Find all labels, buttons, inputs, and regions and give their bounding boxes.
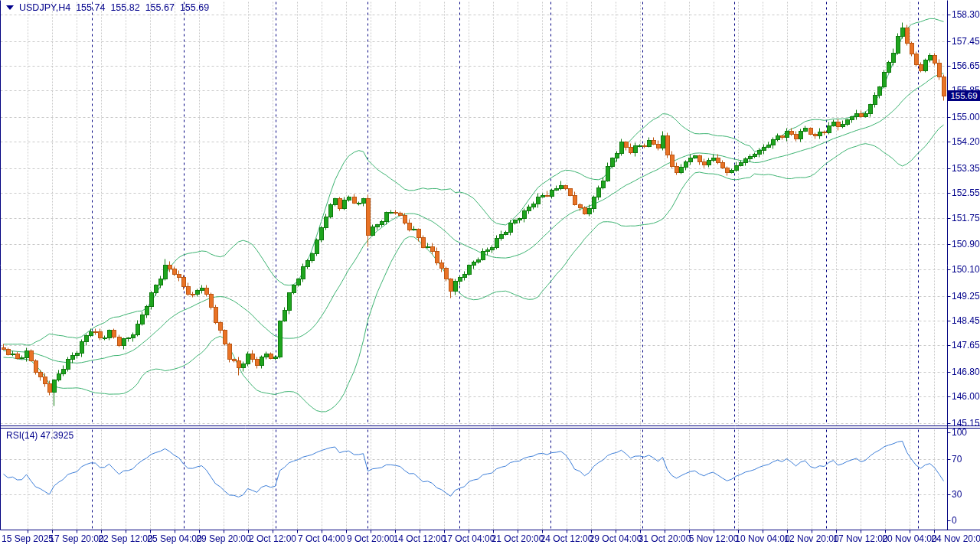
rsi-indicator-value: 47.3925 [41,430,74,441]
current-price-value: 155.69 [950,91,977,100]
price-axis-label: 154.20 [952,136,980,147]
price-axis-label: 156.65 [952,60,980,71]
time-axis-label: 29 Sep 20:00 [196,533,250,544]
time-axis-label: 2 Oct 12:00 [249,533,296,544]
symbol-dropdown-icon[interactable] [6,5,14,10]
time-axis-label: 10 Nov 04:00 [735,533,789,544]
rsi-axis-label: 30 [952,489,962,500]
time-axis-label: 5 Nov 12:00 [689,533,739,544]
rsi-indicator-name: RSI(14) [6,430,38,441]
rsi-axis-label: 0 [952,515,957,526]
time-axis-label: 29 Oct 04:00 [590,533,642,544]
trading-chart-window: USDJPY,H4 155.74 155.82 155.67 155.69 RS… [0,0,980,551]
current-price-tag: 155.69 [948,90,980,101]
price-axis-label: 152.55 [952,187,980,198]
open-value: 155.74 [76,2,105,13]
price-axis-label: 148.45 [952,315,980,326]
price-axis-label: 155.00 [952,112,980,122]
time-axis-label: 17 Nov 12:00 [833,533,887,544]
price-axis-label: 157.45 [952,36,980,47]
rsi-indicator-label: RSI(14) 47.3925 [6,430,74,441]
price-axis-label: 153.35 [952,163,980,174]
time-axis-label: 14 Oct 12:00 [394,533,446,544]
price-axis-label: 151.75 [952,213,980,223]
time-axis-label: 25 Sep 04:00 [147,533,201,544]
price-axis-label: 149.25 [952,291,980,302]
time-axis-label: 17 Sep 20:00 [49,533,103,544]
time-axis-label: 21 Oct 20:00 [492,533,544,544]
price-axis-label: 146.80 [952,367,980,377]
price-axis-label: 146.00 [952,391,980,402]
time-axis-label: 15 Sep 2025 [2,533,54,544]
high-value: 155.82 [110,2,139,13]
price-axis-label: 150.90 [952,239,980,249]
rsi-axis-label: 70 [952,454,962,465]
price-axis-label: 158.30 [952,9,980,20]
time-axis-label: 7 Oct 04:00 [298,533,345,544]
time-axis-label: 17 Oct 04:00 [443,533,495,544]
time-axis-label: 24 Nov 20:00 [931,533,980,544]
time-axis-label: 22 Sep 12:00 [98,533,152,544]
low-value: 155.67 [145,2,175,13]
time-axis-label: 20 Nov 04:00 [882,533,936,544]
price-axis-label: 150.10 [952,264,980,275]
chart-canvas[interactable] [0,0,980,551]
time-axis-label: 9 Oct 20:00 [347,533,394,544]
time-axis-label: 24 Oct 12:00 [541,533,593,544]
time-axis-label: 31 Oct 20:00 [639,533,691,544]
close-value: 155.69 [180,2,209,13]
ohlc-info-line: USDJPY,H4 155.74 155.82 155.67 155.69 [6,2,209,13]
price-axis-label: 147.65 [952,340,980,350]
rsi-axis-label: 100 [952,427,967,438]
time-axis-label: 12 Nov 20:00 [784,533,838,544]
symbol-period-label: USDJPY,H4 [19,2,70,13]
